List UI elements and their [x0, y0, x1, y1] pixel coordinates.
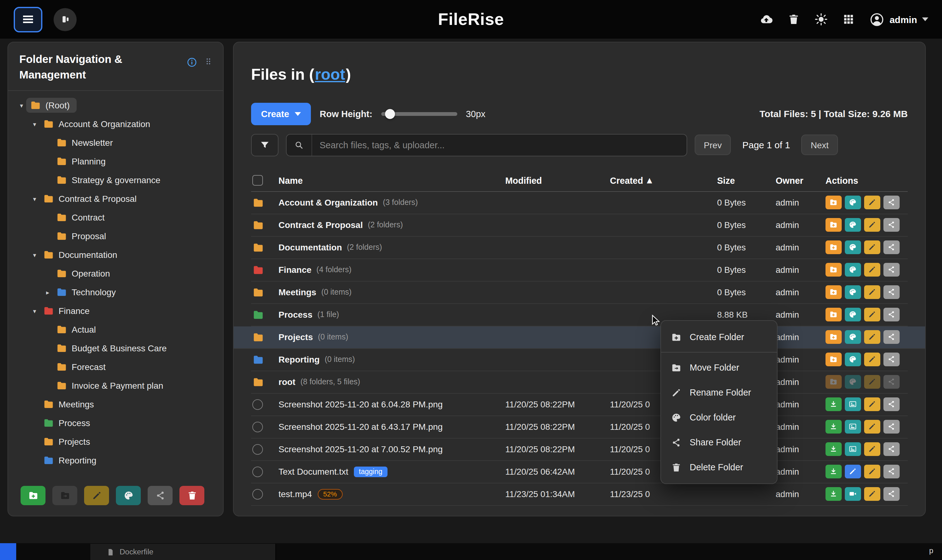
row-name[interactable]: test.mp4: [279, 489, 312, 499]
next-page-button[interactable]: Next: [801, 135, 838, 155]
move-folder-button[interactable]: [52, 486, 77, 505]
tree-item[interactable]: Actual: [12, 320, 219, 339]
tree-item-body[interactable]: Projects: [39, 434, 94, 449]
tree-item-body[interactable]: Documentation: [39, 247, 121, 262]
tree-item-body[interactable]: Planning: [52, 154, 109, 169]
create-subfolder-button[interactable]: [825, 240, 842, 254]
tree-caret[interactable]: ▸: [43, 289, 52, 295]
tree-item-body[interactable]: Newsletter: [52, 135, 117, 150]
color-folder-button[interactable]: [845, 240, 861, 254]
tree-item[interactable]: ▾ Finance: [12, 302, 219, 320]
row-name[interactable]: Process: [279, 309, 312, 320]
tree-caret[interactable]: ▾: [30, 308, 39, 314]
context-menu-item[interactable]: Rename Folder: [661, 380, 777, 405]
tree-item[interactable]: ▾ (Root): [12, 96, 219, 115]
rename-button[interactable]: [864, 465, 880, 478]
preview-image-button[interactable]: [845, 397, 861, 411]
create-folder-button[interactable]: [20, 486, 46, 505]
download-button[interactable]: [825, 465, 842, 478]
color-folder-button[interactable]: [845, 195, 861, 209]
create-subfolder-button[interactable]: [825, 218, 842, 232]
rename-button[interactable]: [864, 285, 880, 299]
context-menu-item[interactable]: Delete Folder: [661, 455, 777, 480]
column-header-owner[interactable]: Owner: [776, 175, 825, 185]
row-height-slider[interactable]: [381, 112, 457, 115]
table-row[interactable]: Documentation (2 folders) 0 Bytes admin: [251, 236, 908, 259]
tree-item[interactable]: ▸ Technology: [12, 283, 219, 302]
download-button[interactable]: [825, 487, 842, 501]
download-button[interactable]: [825, 442, 842, 456]
table-row[interactable]: Account & Organization (3 folders) 0 Byt…: [251, 192, 908, 214]
column-header-modified[interactable]: Modified: [505, 175, 610, 185]
row-name[interactable]: Screenshot 2025-11-20 at 7.00.52 PM.png: [279, 444, 443, 454]
tree-item-body[interactable]: Budget & Business Care: [52, 341, 170, 356]
share-button[interactable]: [884, 352, 900, 366]
play-video-button[interactable]: [845, 487, 861, 501]
row-checkbox[interactable]: [252, 444, 263, 454]
tree-item-body[interactable]: Proposal: [52, 229, 110, 243]
column-header-size[interactable]: Size: [717, 175, 776, 185]
create-subfolder-button[interactable]: [825, 285, 842, 299]
row-name[interactable]: Text Document.txt: [279, 466, 348, 477]
tree-caret[interactable]: ▾: [17, 102, 26, 109]
tree-item[interactable]: Budget & Business Care: [12, 339, 219, 358]
table-row[interactable]: test.mp4 52% 11/23/25 01:34AM 11/23/25 0…: [251, 483, 908, 506]
tree-item[interactable]: Newsletter: [12, 133, 219, 152]
apps-grid-icon[interactable]: [842, 13, 855, 26]
share-button[interactable]: [884, 397, 900, 411]
create-button[interactable]: Create: [251, 103, 311, 125]
share-button[interactable]: [884, 465, 900, 478]
tree-item[interactable]: Forecast: [12, 358, 219, 376]
row-name[interactable]: Meetings: [279, 287, 316, 297]
rename-button[interactable]: [864, 308, 880, 322]
rename-button[interactable]: [864, 218, 880, 232]
background-editor-tab[interactable]: Dockerfile: [90, 544, 276, 560]
row-name[interactable]: Documentation: [279, 242, 342, 252]
tree-item-body[interactable]: Reporting: [39, 453, 100, 468]
table-row[interactable]: Meetings (0 items) 0 Bytes admin: [251, 281, 908, 304]
create-subfolder-button[interactable]: [825, 330, 842, 344]
share-button[interactable]: [884, 330, 900, 344]
tree-item[interactable]: Projects: [12, 432, 219, 451]
rename-button[interactable]: [864, 352, 880, 366]
table-row[interactable]: Screenshot 2025-11-20 at 6.04.28 PM.png …: [251, 393, 908, 416]
tree-item-body[interactable]: Strategy & governance: [52, 172, 164, 188]
row-checkbox[interactable]: [252, 489, 263, 499]
tree-item-body[interactable]: Forecast: [52, 359, 109, 374]
share-button[interactable]: [884, 240, 900, 254]
drag-handle-icon[interactable]: [204, 57, 213, 66]
table-row[interactable]: Reporting (0 items) admin: [251, 349, 908, 371]
tree-item-body[interactable]: Actual: [52, 322, 100, 337]
delete-folder-button[interactable]: [179, 486, 204, 505]
share-button[interactable]: [884, 195, 900, 209]
trash-icon[interactable]: [788, 13, 800, 26]
tree-item[interactable]: Strategy & governance: [12, 171, 219, 189]
tree-item[interactable]: Proposal: [12, 227, 219, 245]
context-menu-item[interactable]: Move Folder: [661, 355, 777, 380]
table-row[interactable]: Screenshot 2025-11-20 at 7.00.52 PM.png …: [251, 438, 908, 461]
download-button[interactable]: [825, 397, 842, 411]
share-button[interactable]: [884, 285, 900, 299]
row-name[interactable]: Finance: [279, 265, 311, 275]
prev-page-button[interactable]: Prev: [694, 135, 731, 155]
tree-caret[interactable]: ▾: [30, 195, 39, 202]
tree-item[interactable]: Invoice & Payment plan: [12, 376, 219, 395]
tree-item-body[interactable]: Finance: [39, 303, 94, 318]
tree-item-body[interactable]: Account & Organization: [39, 117, 154, 131]
tree-item[interactable]: Reporting: [12, 451, 219, 470]
tree-item[interactable]: Operation: [12, 264, 219, 283]
rename-button[interactable]: [864, 330, 880, 344]
tree-item[interactable]: ▾ Account & Organization: [12, 115, 219, 133]
table-row[interactable]: root (8 folders, 5 files) admin: [251, 371, 908, 393]
items-per-page-select[interactable]: 50: [281, 515, 314, 516]
upload-icon[interactable]: [759, 12, 773, 26]
color-folder-button[interactable]: [845, 263, 861, 277]
share-button[interactable]: [884, 218, 900, 232]
share-button[interactable]: [884, 487, 900, 501]
theme-icon[interactable]: [814, 12, 828, 26]
tree-item[interactable]: ▾ Contract & Proposal: [12, 189, 219, 208]
user-menu[interactable]: admin: [869, 12, 928, 27]
tree-item[interactable]: Contract: [12, 208, 219, 227]
sidebar-toggle-button[interactable]: [14, 6, 42, 32]
tree-item-body[interactable]: Technology: [52, 285, 120, 300]
